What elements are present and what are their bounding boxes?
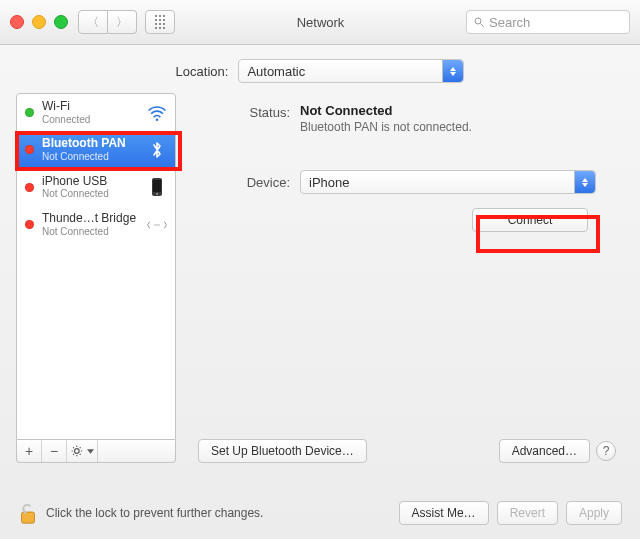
- service-status: Not Connected: [42, 188, 139, 200]
- zoom-window-icon[interactable]: [54, 15, 68, 29]
- revert-button[interactable]: Revert: [497, 501, 558, 525]
- svg-point-5: [156, 193, 158, 195]
- chevron-down-icon: [87, 449, 94, 454]
- body: Wi-Fi Connected Bluetooth PAN Not Connec…: [0, 93, 640, 463]
- wifi-icon: [147, 103, 167, 123]
- thunderbolt-bridge-icon: [147, 215, 167, 235]
- service-status: Connected: [42, 114, 139, 126]
- sidebar: Wi-Fi Connected Bluetooth PAN Not Connec…: [16, 93, 176, 463]
- lock-message: Click the lock to prevent further change…: [46, 506, 391, 520]
- apply-button[interactable]: Apply: [566, 501, 622, 525]
- service-name: Wi-Fi: [42, 100, 139, 114]
- iphone-icon: [147, 177, 167, 197]
- svg-point-0: [475, 18, 481, 24]
- add-service-button[interactable]: +: [17, 440, 42, 462]
- window-footer: Click the lock to prevent further change…: [0, 481, 640, 539]
- device-label: Device:: [198, 175, 300, 190]
- sidebar-item-wifi[interactable]: Wi-Fi Connected: [17, 94, 175, 131]
- location-select[interactable]: Automatic: [238, 59, 464, 83]
- status-subtext: Bluetooth PAN is not connected.: [300, 120, 616, 134]
- device-select[interactable]: iPhone: [300, 170, 596, 194]
- action-menu-button[interactable]: [67, 440, 98, 462]
- svg-point-9: [74, 449, 79, 454]
- search-placeholder: Search: [489, 15, 530, 30]
- search-input[interactable]: Search: [466, 10, 630, 34]
- nav-segment: 〈 〉: [78, 10, 137, 34]
- service-status: Not Connected: [42, 226, 139, 238]
- service-name: Thunde…t Bridge: [42, 212, 139, 226]
- status-value: Not Connected: [300, 103, 616, 118]
- svg-point-6: [154, 224, 155, 225]
- chevron-left-icon: 〈: [87, 14, 99, 31]
- window-title: Network: [175, 15, 466, 30]
- location-value: Automatic: [247, 64, 305, 79]
- status-dot-icon: [25, 145, 34, 154]
- svg-point-8: [158, 224, 159, 225]
- service-name: Bluetooth PAN: [42, 137, 139, 151]
- svg-point-7: [156, 224, 157, 225]
- select-stepper-icon: [574, 171, 595, 193]
- forward-button[interactable]: 〉: [108, 10, 137, 34]
- assist-me-button[interactable]: Assist Me…: [399, 501, 489, 525]
- device-value: iPhone: [309, 175, 349, 190]
- location-label: Location:: [176, 64, 229, 79]
- grid-icon: [155, 15, 166, 30]
- svg-rect-10: [22, 512, 35, 523]
- help-button[interactable]: ?: [596, 441, 616, 461]
- status-dot-icon: [25, 183, 34, 192]
- search-icon: [473, 16, 485, 28]
- select-stepper-icon: [442, 60, 463, 82]
- lock-icon[interactable]: [18, 501, 38, 525]
- window-controls: [10, 15, 68, 29]
- advanced-button[interactable]: Advanced…: [499, 439, 590, 463]
- bluetooth-icon: [147, 140, 167, 160]
- svg-point-2: [156, 118, 159, 121]
- svg-rect-4: [153, 180, 161, 192]
- setup-bluetooth-button[interactable]: Set Up Bluetooth Device…: [198, 439, 367, 463]
- connect-button[interactable]: Connect: [472, 208, 588, 232]
- sidebar-item-bluetooth-pan[interactable]: Bluetooth PAN Not Connected: [17, 131, 175, 168]
- detail-panel: Status: Not Connected Bluetooth PAN is n…: [190, 93, 624, 463]
- chevron-right-icon: 〉: [116, 14, 128, 31]
- service-status: Not Connected: [42, 151, 139, 163]
- title-bar: 〈 〉 Network Search: [0, 0, 640, 45]
- gear-icon: [71, 444, 85, 458]
- show-all-button[interactable]: [145, 10, 175, 34]
- close-window-icon[interactable]: [10, 15, 24, 29]
- minimize-window-icon[interactable]: [32, 15, 46, 29]
- location-row: Location: Automatic: [0, 45, 640, 93]
- service-list[interactable]: Wi-Fi Connected Bluetooth PAN Not Connec…: [16, 93, 176, 440]
- status-dot-icon: [25, 220, 34, 229]
- service-name: iPhone USB: [42, 175, 139, 189]
- sidebar-item-thunderbolt-bridge[interactable]: Thunde…t Bridge Not Connected: [17, 206, 175, 243]
- remove-service-button[interactable]: −: [42, 440, 67, 462]
- back-button[interactable]: 〈: [78, 10, 108, 34]
- sidebar-item-iphone-usb[interactable]: iPhone USB Not Connected: [17, 169, 175, 206]
- svg-line-1: [481, 24, 484, 27]
- sidebar-footer: + −: [16, 440, 176, 463]
- status-dot-icon: [25, 108, 34, 117]
- status-label: Status:: [198, 103, 300, 120]
